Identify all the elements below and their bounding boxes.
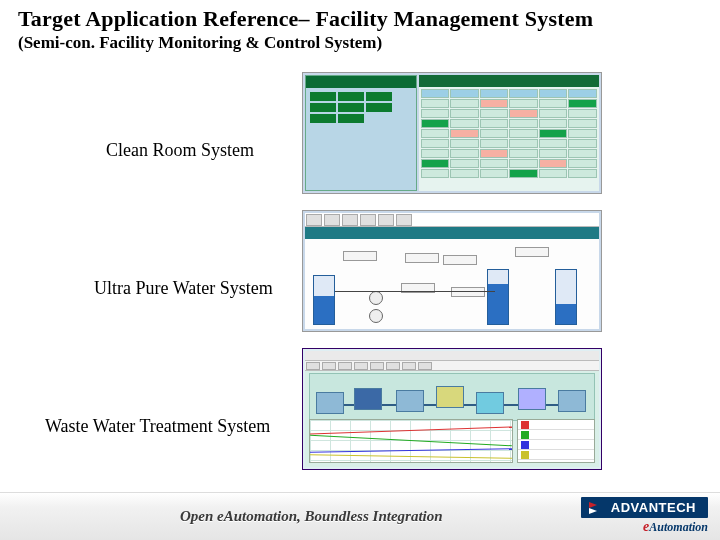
footer-tagline: Open eAutomation, Boundless Integration [180,508,443,525]
label-clean-room: Clean Room System [106,140,254,161]
advantech-logo-icon [589,501,605,515]
slide-title: Target Application Reference– Facility M… [18,6,710,32]
eautomation-sublogo: eAutomation [643,519,708,535]
thumb-upw [302,210,602,332]
label-wwt: Waste Water Treatment System [45,416,270,437]
brand-block: ADVANTECH eAutomation [581,497,708,535]
advantech-wordmark: ADVANTECH [611,500,696,515]
thumb-wwt [302,348,602,470]
slide-subtitle: (Semi-con. Facility Monitoring & Control… [18,33,382,53]
thumb-clean-room [302,72,602,194]
footer: Open eAutomation, Boundless Integration … [0,492,720,540]
advantech-logo: ADVANTECH [581,497,708,518]
label-upw: Ultra Pure Water System [94,278,273,299]
